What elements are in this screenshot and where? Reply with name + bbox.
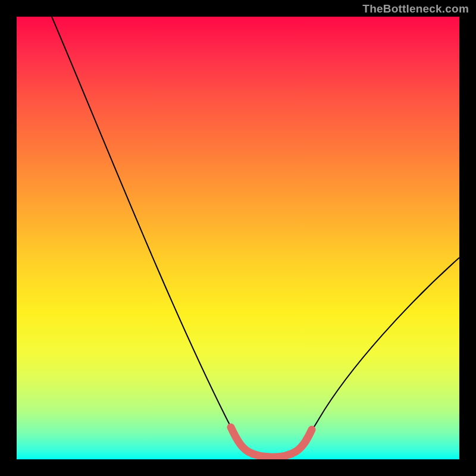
- optimal-range-highlight-path: [231, 427, 312, 457]
- chart-inner: [17, 17, 459, 459]
- bottleneck-curve-path: [52, 17, 459, 456]
- chart-svg: [17, 17, 459, 459]
- chart-frame: TheBottleneck.com: [0, 0, 476, 476]
- watermark-text: TheBottleneck.com: [362, 2, 469, 15]
